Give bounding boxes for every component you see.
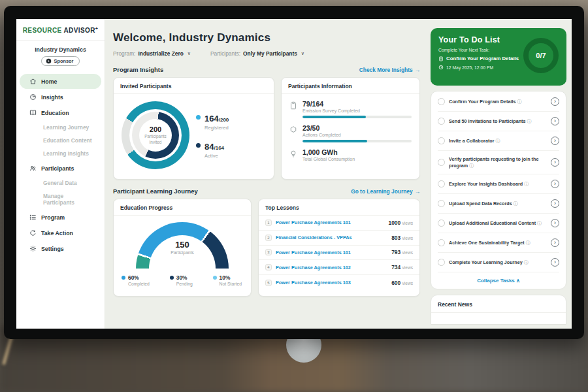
task-checkbox[interactable] [438,159,445,166]
info-icon[interactable]: ⓘ [526,240,531,245]
lesson-row: 5 Power Purchase Agreements 103 600 view… [259,275,419,290]
views-count: 734 [391,264,400,270]
donut-center-value: 200 [150,125,161,133]
task-label-text: Upload Additional Educational Content [449,220,536,226]
info-icon[interactable]: ⓘ [514,201,518,206]
go-to-learning-journey-link[interactable]: Go to Learning Journey→ [351,188,420,195]
info-icon[interactable]: ⓘ [496,139,500,143]
sidebar-item-learning-insights[interactable]: Learning Insights [20,147,101,160]
sidebar-item-education[interactable]: Education [20,105,101,120]
section-title: Participant Learning Journey [113,188,198,195]
task-label-text: Complete Your Learning Journey [449,259,523,265]
views-count: 600 [391,280,400,286]
participants-filter[interactable]: Participants: Only My Participants ∨ [210,50,304,57]
lesson-link[interactable]: Power Purchase Agreements 103 [276,280,387,286]
chevron-down-icon: ∨ [301,51,304,56]
task-chevron-button[interactable]: › [551,258,559,267]
lesson-views: 600 views [391,280,413,286]
main-column: Welcome, Industry Dynamics Program: Indu… [105,19,427,329]
lesson-link[interactable]: Power Purchase Agreements 101 [276,220,385,225]
task-checkbox[interactable] [438,200,445,207]
todo-panel: Your To Do List Complete Your Next Task:… [431,28,566,329]
collapse-tasks-link[interactable]: Collapse Tasks ∧ [438,272,559,286]
task-checkbox[interactable] [438,220,445,227]
due-date: 12 May 2025, 12:00 PM [446,65,493,70]
task-checkbox[interactable] [438,259,445,266]
sidebar-item-take-action[interactable]: Take Action [20,225,101,240]
todo-task-row: Upload Additional Educational Contentⓘ › [438,214,559,233]
views-suffix: views [402,265,414,270]
insights-cards-row: Invited Participants 200 Participants In… [113,77,420,180]
legend-active: 84/164 Active [196,140,229,159]
info-icon[interactable]: ⓘ [469,163,474,168]
home-icon [29,78,37,85]
task-chevron-button[interactable]: › [551,117,559,125]
lesson-list: 1 Power Purchase Agreements 101 1000 vie… [259,216,419,290]
learning-cards-row: Education Progress 150 Participants 60% … [113,199,420,297]
task-checkbox[interactable] [438,118,445,125]
sidebar-item-education-content[interactable]: Education Content [20,134,101,147]
recent-news-title: Recent News [431,295,566,313]
task-chevron-button[interactable]: › [551,137,559,145]
monitor-bezel: RESOURCE ADVISOR+ Industry Dynamics Spon… [4,6,584,339]
task-checkbox[interactable] [438,98,445,105]
info-icon[interactable]: ⓘ [524,182,529,186]
link-label: Go to Learning Journey [351,188,412,195]
lesson-link[interactable]: Power Purchase Agreements 102 [276,265,387,270]
views-suffix: views [402,281,414,286]
task-chevron-button[interactable]: › [551,219,559,227]
info-icon[interactable]: ⓘ [524,260,529,265]
lesson-row: 2 Financial Considerations - VPPAs 803 v… [259,231,419,246]
insights-icon [29,93,37,101]
task-label-text: Verify participants requesting to join t… [449,156,538,169]
check-more-insights-link[interactable]: Check More Insights→ [359,67,420,73]
task-chevron-button[interactable]: › [551,158,559,167]
task-checkbox[interactable] [438,180,445,188]
sidebar-item-settings[interactable]: Settings [20,241,101,256]
gauge-center-value: 150 [136,240,229,250]
invited-participants-card: Invited Participants 200 Participants In… [113,77,274,180]
task-chevron-button[interactable]: › [551,238,559,247]
sidebar-item-manage-participants[interactable]: Manage Participants [20,189,101,209]
actions-icon [289,125,297,134]
task-chevron-button[interactable]: › [551,199,559,208]
todo-task-row: Confirm Your Program Detailsⓘ › [438,92,559,112]
participants-filter-label: Participants: [210,50,240,57]
app-logo: RESOURCE ADVISOR+ [16,26,105,41]
task-chevron-button[interactable]: › [551,180,559,188]
sidebar-item-insights[interactable]: Insights [20,90,101,105]
invited-legend: 164/200 Registered 84/164 Active [196,112,229,159]
sidebar: RESOURCE ADVISOR+ Industry Dynamics Spon… [16,19,105,329]
task-label-text: Send 50 Invitations to Participants [449,118,525,124]
not-started-pct: 10% [220,274,231,281]
active-total: /164 [214,145,224,151]
task-chevron-button[interactable]: › [551,97,559,106]
lesson-rank-badge: 2 [265,235,272,241]
lesson-rank-badge: 1 [265,220,272,226]
program-filter[interactable]: Program: Industrialize Zero ∨ [113,50,191,57]
lesson-link[interactable]: Financial Considerations - VPPAs [276,235,387,240]
info-icon[interactable]: ⓘ [537,221,542,225]
take-action-icon [29,229,37,237]
info-icon[interactable]: ⓘ [527,119,531,123]
donut-center-label: Participants Invited [140,134,171,145]
task-label-text: Achieve One Sustainability Target [449,240,525,246]
sidebar-item-label: Participants [41,165,74,172]
chevron-right-icon: › [554,259,556,265]
sidebar-item-participants[interactable]: Participants [20,161,101,176]
lesson-link[interactable]: Power Purchase Agreements 101 [276,250,387,255]
task-checkbox[interactable] [438,137,445,144]
sidebar-item-home[interactable]: Home [20,74,101,89]
sidebar-item-program[interactable]: Program [20,210,101,225]
sidebar-item-label: Program [41,214,65,221]
task-checkbox[interactable] [438,239,445,246]
sidebar-item-learning-journey[interactable]: Learning Journey [20,121,101,134]
todo-task-row: Explore Your Insights Dashboardⓘ › [438,174,559,194]
education-icon [29,109,37,116]
sidebar-item-general-data[interactable]: General Data [20,176,101,189]
task-label-text: Explore Your Insights Dashboard [449,181,523,187]
task-label-text: Invite a Collaborator [449,138,495,144]
info-icon[interactable]: ⓘ [517,99,521,104]
gauge-center-label: Participants [136,250,229,255]
org-name: Industry Dynamics [19,46,102,53]
